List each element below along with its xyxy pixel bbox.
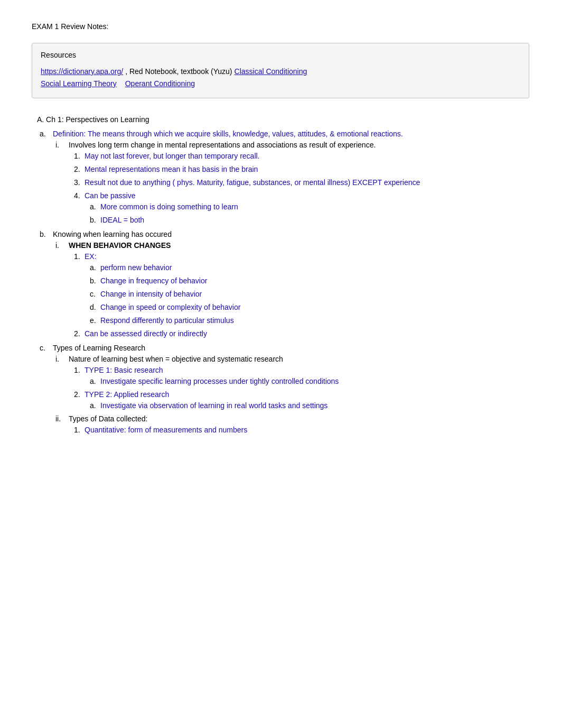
frequency-text: Change in frequency of behavior: [100, 277, 207, 285]
resources-box: Resources https://dictionary.apa.org/ , …: [32, 43, 529, 98]
resources-label: Resources: [41, 50, 520, 61]
page-title: EXAM 1 Review Notes:: [32, 21, 529, 32]
result-text: Result not due to anything ( phys. Matur…: [85, 178, 420, 187]
item-alpha-more-common: More common is doing something to learn: [100, 201, 529, 213]
list-1-data: Quantitative: form of measurements and n…: [69, 425, 529, 436]
list-i-types: Nature of learning best when = objective…: [53, 354, 529, 436]
list-a: Definition: The means through which we a…: [37, 128, 529, 436]
list-alpha-type1: Investigate specific learning processes …: [85, 376, 529, 387]
section-a: A. Ch 1: Perspectives on Learning Defini…: [37, 114, 529, 436]
item-1-assessed: Can be assessed directly or indirectly: [85, 328, 529, 339]
knowing-text: Knowing when learning has occured: [53, 230, 172, 238]
speed-text: Change in speed or complexity of behavio…: [100, 303, 240, 311]
item-1-result: Result not due to anything ( phys. Matur…: [85, 177, 529, 188]
social-learning-link[interactable]: Social Learning Theory: [41, 78, 117, 89]
item-i-involves: Involves long term change in mental repr…: [69, 140, 529, 226]
item-1-type1: TYPE 1: Basic research Investigate speci…: [85, 365, 529, 387]
item-c-types: Types of Learning Research Nature of lea…: [53, 343, 529, 436]
list-1-nature: TYPE 1: Basic research Investigate speci…: [69, 365, 529, 411]
list-1-involves: May not last forever, but longer than te…: [69, 151, 529, 226]
respond-text: Respond differently to particular stimul…: [100, 316, 234, 325]
item-a-definition: Definition: The means through which we a…: [53, 128, 529, 226]
list-1-behavior: EX: perform new behavior Change in frequ…: [69, 251, 529, 339]
list-alpha-type2: Investigate via observation of learning …: [85, 400, 529, 411]
item-alpha-ideal: IDEAL = both: [100, 215, 529, 226]
investigate-tightly-text: Investigate specific learning processes …: [100, 377, 339, 385]
list-alpha-passive: More common is doing something to learn …: [85, 201, 529, 226]
resources-text1: , Red Notebook, textbook (Yuzu): [125, 66, 232, 77]
list-alpha-ex: perform new behavior Change in frequency…: [85, 262, 529, 326]
item-alpha-frequency: Change in frequency of behavior: [100, 275, 529, 287]
ideal-text: IDEAL = both: [100, 216, 144, 224]
apa-link[interactable]: https://dictionary.apa.org/: [41, 66, 123, 77]
item-1-notlast: May not last forever, but longer than te…: [85, 151, 529, 162]
classical-conditioning-link[interactable]: Classical Conditioning: [235, 66, 307, 77]
list-i-knowing: WHEN BEHAVIOR CHANGES EX: perform new be…: [53, 240, 529, 339]
item-i-nature: Nature of learning best when = objective…: [69, 354, 529, 411]
nature-text: Nature of learning best when = objective…: [69, 355, 283, 363]
item-alpha-respond: Respond differently to particular stimul…: [100, 315, 529, 326]
quantitative-text: Quantitative: form of measurements and n…: [85, 426, 247, 434]
not-last-text: May not last forever, but longer than te…: [85, 152, 260, 160]
perform-text: perform new behavior: [100, 263, 172, 272]
intensity-text: Change in intensity of behavior: [100, 290, 202, 298]
behavior-changes-text: WHEN BEHAVIOR CHANGES: [69, 241, 171, 250]
resources-links-row1: https://dictionary.apa.org/ , Red Notebo…: [41, 66, 520, 77]
item-1-quantitative: Quantitative: form of measurements and n…: [85, 425, 529, 436]
definition-text: Definition: The means through which we a…: [53, 130, 403, 138]
item-ii-data-types: Types of Data collected: Quantitative: f…: [69, 413, 529, 436]
data-types-text: Types of Data collected:: [69, 414, 147, 423]
section-a-label: A. Ch 1: Perspectives on Learning: [37, 114, 529, 125]
investigate-real-text: Investigate via observation of learning …: [100, 401, 328, 410]
assessed-text: Can be assessed directly or indirectly: [85, 329, 207, 338]
ex-text: EX:: [85, 252, 97, 261]
type2-text: TYPE 2: Applied research: [85, 390, 169, 399]
involves-text: Involves long term change in mental repr…: [69, 141, 376, 149]
item-alpha-investigate-real: Investigate via observation of learning …: [100, 400, 529, 411]
more-common-text: More common is doing something to learn: [100, 202, 238, 211]
item-alpha-intensity: Change in intensity of behavior: [100, 289, 529, 300]
list-i-definition: Involves long term change in mental repr…: [53, 140, 529, 226]
operant-conditioning-link[interactable]: Operant Conditioning: [125, 78, 195, 89]
type1-text: TYPE 1: Basic research: [85, 366, 163, 374]
item-alpha-investigate-tightly: Investigate specific learning processes …: [100, 376, 529, 387]
main-content: A. Ch 1: Perspectives on Learning Defini…: [37, 114, 529, 436]
item-1-type2: TYPE 2: Applied research Investigate via…: [85, 389, 529, 411]
item-1-mental: Mental representations mean it has basis…: [85, 164, 529, 175]
item-i-behavior-changes: WHEN BEHAVIOR CHANGES EX: perform new be…: [69, 240, 529, 339]
mental-text: Mental representations mean it has basis…: [85, 165, 258, 173]
resources-links-row2: Social Learning Theory Operant Condition…: [41, 78, 520, 89]
item-1-ex: EX: perform new behavior Change in frequ…: [85, 251, 529, 326]
passive-text: Can be passive: [85, 191, 136, 200]
item-b-knowing: Knowing when learning has occured WHEN B…: [53, 229, 529, 339]
item-alpha-perform: perform new behavior: [100, 262, 529, 273]
item-1-passive: Can be passive More common is doing some…: [85, 190, 529, 226]
item-alpha-speed: Change in speed or complexity of behavio…: [100, 302, 529, 313]
types-text: Types of Learning Research: [53, 344, 145, 352]
